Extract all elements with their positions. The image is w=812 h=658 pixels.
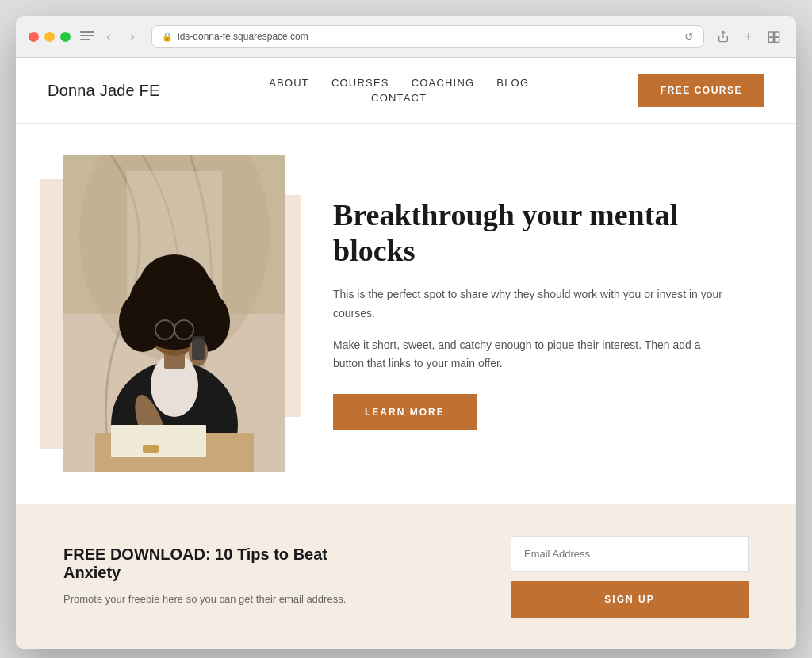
hero-desc-2: Make it short, sweet, and catchy enough … bbox=[333, 336, 733, 374]
svg-rect-1 bbox=[768, 32, 773, 36]
download-right-content: SIGN UP bbox=[511, 536, 749, 618]
reload-button[interactable]: ↺ bbox=[684, 30, 694, 43]
nav-row-1: ABOUT COURSES COACHING BLOG bbox=[269, 77, 529, 89]
forward-button[interactable]: › bbox=[123, 27, 142, 46]
nav-coaching[interactable]: COACHING bbox=[412, 77, 475, 89]
svg-rect-26 bbox=[143, 445, 159, 453]
browser-actions: + bbox=[714, 27, 783, 46]
download-desc: Promote your freebie here so you can get… bbox=[63, 591, 381, 608]
nav-courses[interactable]: COURSES bbox=[331, 77, 389, 89]
nav-blog[interactable]: BLOG bbox=[496, 77, 529, 89]
hero-image bbox=[63, 155, 285, 472]
free-course-button[interactable]: FREE COURSE bbox=[638, 74, 764, 107]
email-input[interactable] bbox=[511, 536, 749, 572]
hero-right-content: Breakthrough your mental blocks This is … bbox=[333, 197, 749, 430]
windows-button[interactable] bbox=[764, 27, 783, 46]
browser-controls: ‹ › bbox=[80, 27, 142, 46]
svg-rect-25 bbox=[111, 425, 206, 457]
close-button[interactable] bbox=[29, 32, 39, 42]
svg-rect-3 bbox=[768, 37, 773, 42]
traffic-lights bbox=[29, 32, 71, 42]
hero-title: Breakthrough your mental blocks bbox=[333, 197, 733, 270]
site-content: Donna Jade FE ABOUT COURSES COACHING BLO… bbox=[16, 58, 796, 649]
svg-rect-21 bbox=[192, 336, 205, 360]
browser-window: ‹ › 🔒 lds-donna-fe.squarespace.com ↺ + bbox=[16, 16, 796, 649]
site-nav: ABOUT COURSES COACHING BLOG CONTACT bbox=[269, 77, 529, 104]
nav-about[interactable]: ABOUT bbox=[269, 77, 309, 89]
lock-icon: 🔒 bbox=[162, 32, 173, 42]
learn-more-button[interactable]: LEARN MORE bbox=[333, 394, 477, 430]
download-title: FREE DOWNLOAD: 10 Tips to Beat Anxiety bbox=[63, 545, 381, 582]
window-switcher-icon[interactable] bbox=[80, 31, 94, 42]
hero-image-area bbox=[63, 155, 285, 472]
download-left-content: FREE DOWNLOAD: 10 Tips to Beat Anxiety P… bbox=[63, 545, 381, 608]
site-logo: Donna Jade FE bbox=[48, 82, 160, 100]
svg-rect-2 bbox=[775, 32, 779, 36]
new-tab-button[interactable]: + bbox=[739, 27, 758, 46]
share-button[interactable] bbox=[714, 27, 733, 46]
site-header: Donna Jade FE ABOUT COURSES COACHING BLO… bbox=[16, 58, 796, 124]
svg-rect-4 bbox=[775, 37, 779, 42]
browser-chrome: ‹ › 🔒 lds-donna-fe.squarespace.com ↺ + bbox=[16, 16, 796, 58]
minimize-button[interactable] bbox=[44, 32, 55, 42]
signup-button[interactable]: SIGN UP bbox=[511, 581, 749, 618]
url-text: lds-donna-fe.squarespace.com bbox=[178, 31, 308, 42]
hero-desc-1: This is the perfect spot to share why th… bbox=[333, 285, 733, 323]
nav-contact[interactable]: CONTACT bbox=[371, 92, 427, 104]
maximize-button[interactable] bbox=[60, 32, 71, 42]
address-bar[interactable]: 🔒 lds-donna-fe.squarespace.com ↺ bbox=[151, 25, 704, 48]
nav-row-2: CONTACT bbox=[371, 92, 427, 104]
svg-point-16 bbox=[139, 254, 210, 318]
download-section: FREE DOWNLOAD: 10 Tips to Beat Anxiety P… bbox=[16, 504, 796, 649]
hero-section: Breakthrough your mental blocks This is … bbox=[16, 124, 796, 504]
back-button[interactable]: ‹ bbox=[99, 27, 118, 46]
